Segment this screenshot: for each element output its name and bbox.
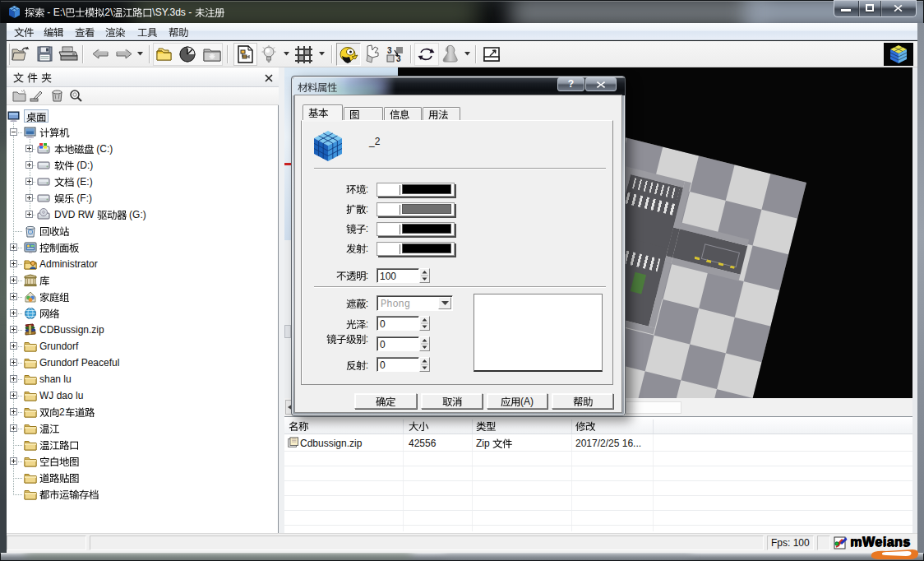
- svg-text:3: 3: [387, 46, 392, 55]
